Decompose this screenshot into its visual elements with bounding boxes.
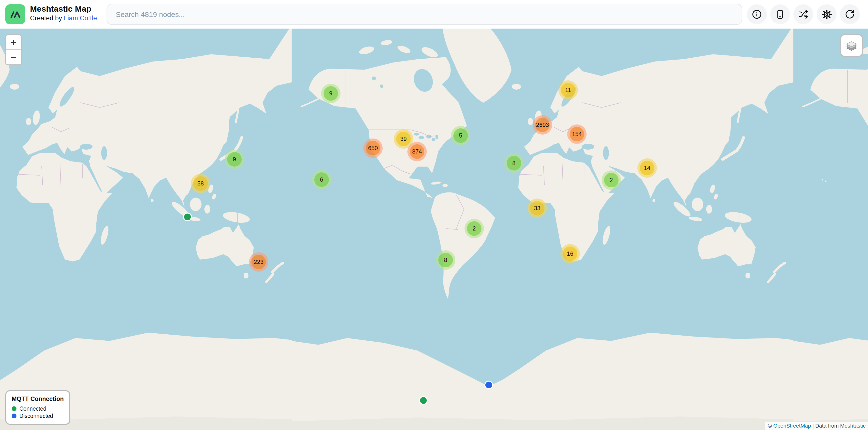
page-title: Meshtastic Map xyxy=(30,4,97,14)
mobile-app-button[interactable] xyxy=(770,4,790,24)
mqtt-legend: MQTT Connection Connected Disconnected xyxy=(5,390,70,425)
node-marker-connected[interactable] xyxy=(183,212,192,221)
cluster-count: 39 xyxy=(396,132,411,146)
subtitle: Created by Liam Cottle xyxy=(30,15,97,23)
map[interactable]: 939650874511269315481423316282235896 + −… xyxy=(0,29,868,430)
author-link[interactable]: Liam Cottle xyxy=(64,15,97,22)
cluster-count: 650 xyxy=(366,141,380,156)
cluster-count: 2693 xyxy=(535,118,550,132)
cluster-marker[interactable]: 2693 xyxy=(533,115,552,135)
copyright-text: © xyxy=(768,423,773,429)
node-marker-disconnected[interactable] xyxy=(485,381,493,389)
info-icon xyxy=(752,9,762,20)
shuffle-icon xyxy=(798,9,808,20)
osm-link[interactable]: OpenStreetMap xyxy=(773,423,811,429)
cluster-marker[interactable]: 5 xyxy=(451,126,470,145)
cluster-count: 33 xyxy=(530,201,545,216)
cluster-marker[interactable]: 9 xyxy=(321,84,341,103)
disconnected-dot xyxy=(11,414,17,418)
layers-icon xyxy=(844,38,859,53)
cluster-marker[interactable]: 874 xyxy=(407,142,427,161)
cluster-count: 2 xyxy=(467,221,482,236)
cluster-count: 6 xyxy=(314,172,329,187)
zoom-in-button[interactable]: + xyxy=(6,35,21,50)
cluster-marker[interactable]: 2 xyxy=(601,170,621,190)
settings-icon xyxy=(821,9,832,20)
legend-title: MQTT Connection xyxy=(11,396,64,402)
shuffle-button[interactable] xyxy=(794,4,813,24)
cluster-marker[interactable]: 223 xyxy=(249,252,268,272)
cluster-marker[interactable]: 58 xyxy=(191,174,210,193)
legend-label: Connected xyxy=(20,406,46,411)
cluster-marker[interactable]: 9 xyxy=(225,150,244,169)
zoom-out-button[interactable]: − xyxy=(6,50,21,64)
meshtastic-logo[interactable] xyxy=(5,4,25,24)
node-marker-connected[interactable] xyxy=(419,396,428,405)
cluster-count: 9 xyxy=(323,86,338,101)
refresh-icon xyxy=(845,9,855,20)
legend-label: Disconnected xyxy=(20,413,53,419)
attribution-middle-text: | Data from xyxy=(811,423,840,429)
header: Meshtastic Map Created by Liam Cottle xyxy=(0,0,868,29)
cluster-count: 5 xyxy=(454,128,468,143)
info-button[interactable] xyxy=(747,4,767,24)
refresh-button[interactable] xyxy=(840,4,860,24)
cluster-marker[interactable]: 8 xyxy=(436,250,455,270)
cluster-count: 154 xyxy=(569,127,584,141)
cluster-count: 16 xyxy=(563,246,578,261)
cluster-count: 9 xyxy=(227,152,242,167)
marker-layer: 939650874511269315481423316282235896 xyxy=(0,29,868,430)
meshtastic-logo-icon xyxy=(8,7,23,22)
settings-button[interactable] xyxy=(817,4,837,24)
cluster-marker[interactable]: 16 xyxy=(560,244,580,263)
cluster-count: 14 xyxy=(640,161,654,175)
cluster-marker[interactable]: 650 xyxy=(363,138,383,158)
legend-item-disconnected: Disconnected xyxy=(11,413,64,419)
cluster-count: 2 xyxy=(604,173,619,188)
app: Meshtastic Map Created by Liam Cottle xyxy=(0,0,868,430)
cluster-marker[interactable]: 154 xyxy=(567,125,587,144)
cluster-marker[interactable]: 11 xyxy=(558,80,578,100)
cluster-count: 223 xyxy=(251,255,266,269)
meshtastic-link[interactable]: Meshtastic xyxy=(840,423,866,429)
title-block: Meshtastic Map Created by Liam Cottle xyxy=(30,4,97,23)
cluster-count: 8 xyxy=(507,156,521,170)
cluster-marker[interactable]: 6 xyxy=(312,170,331,189)
cluster-marker[interactable]: 33 xyxy=(527,199,547,218)
created-by-text: Created by xyxy=(30,15,64,22)
cluster-count: 11 xyxy=(561,83,576,97)
layers-control[interactable] xyxy=(840,34,863,57)
smartphone-icon xyxy=(775,9,785,20)
cluster-count: 874 xyxy=(410,144,424,159)
zoom-control: + − xyxy=(5,34,22,65)
cluster-marker[interactable]: 8 xyxy=(504,154,524,173)
search-input[interactable] xyxy=(106,4,742,25)
connected-dot xyxy=(11,406,17,411)
cluster-marker[interactable]: 2 xyxy=(465,219,484,238)
cluster-count: 58 xyxy=(193,176,208,191)
legend-item-connected: Connected xyxy=(11,406,64,411)
attribution: © OpenStreetMap | Data from Meshtastic xyxy=(765,422,868,430)
cluster-marker[interactable]: 14 xyxy=(638,158,657,178)
cluster-count: 8 xyxy=(438,253,453,267)
